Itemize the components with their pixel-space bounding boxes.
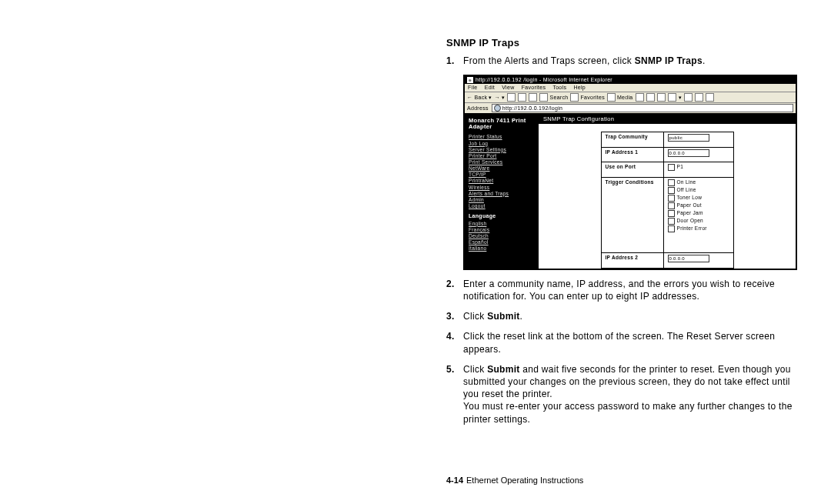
globe-icon [494, 105, 501, 112]
step-body: Enter a community name, IP address, and … [463, 278, 808, 302]
window-titlebar: e http://192.0.0.192 /login - Microsoft … [465, 76, 796, 84]
paperout-label: Paper Out [677, 202, 702, 208]
printererror-checkbox[interactable] [668, 225, 675, 232]
online-checkbox[interactable] [668, 179, 675, 186]
footer-title: Ethernet Operating Instructions [466, 476, 583, 485]
ie-icon: e [467, 77, 473, 83]
paperjam-checkbox[interactable] [668, 210, 675, 217]
favorites-label[interactable]: Favorites [580, 95, 605, 101]
home-icon[interactable] [529, 93, 537, 102]
stop-icon[interactable] [507, 93, 516, 102]
paperout-checkbox[interactable] [668, 202, 675, 209]
step-body: Click the reset link at the bottom of th… [463, 330, 808, 355]
page-footer: 4-14Ethernet Operating Instructions [446, 476, 583, 485]
sidebar-brand: Monarch 7411 Print Adapter [469, 118, 535, 131]
step-number: 5. [446, 363, 463, 426]
edit-icon[interactable] [668, 93, 676, 102]
menu-view[interactable]: View [502, 85, 514, 90]
favorites-icon[interactable] [570, 93, 579, 102]
step-number: 1. [446, 55, 463, 67]
sidebar-lang-english[interactable]: English [469, 221, 535, 226]
sidebar-item-printer-port[interactable]: Printer Port [469, 153, 535, 159]
p1-checkbox[interactable] [668, 164, 675, 171]
sidebar-item-netware[interactable]: NetWare [469, 165, 535, 171]
ip1-input[interactable]: 0.0.0.0 [668, 149, 709, 157]
menu-edit[interactable]: Edit [485, 85, 495, 90]
step-text-post: . [520, 311, 523, 322]
step-number: 3. [446, 310, 463, 322]
menu-file[interactable]: File [468, 85, 477, 90]
step-bold: SNMP IP Traps [635, 55, 703, 66]
sidebar-lang-italiano[interactable]: Italiano [469, 245, 535, 251]
menu-favorites[interactable]: Favorites [522, 85, 546, 90]
sidebar-lang-francais[interactable]: Français [469, 227, 535, 232]
sidebar-item-tcpip[interactable]: TCP/IP [469, 172, 535, 177]
sidebar-item-printranet[interactable]: PrintraNet [469, 178, 535, 183]
sidebar-item-printer-status[interactable]: Printer Status [469, 134, 535, 139]
sidebar-item-wireless[interactable]: Wireless [469, 185, 535, 190]
menu-tools[interactable]: Tools [552, 85, 566, 90]
row-trap-community: Trap Community public [601, 132, 733, 148]
trap-community-label: Trap Community [601, 132, 663, 148]
screenshot-container: e http://192.0.0.192 /login - Microsoft … [463, 75, 794, 270]
sidebar-item-job-log[interactable]: Job Log [469, 141, 535, 146]
sidebar-item-server-settings[interactable]: Server Settings [469, 147, 535, 152]
step-text: Click [463, 311, 487, 322]
ip2-label: IP Address 2 [601, 253, 663, 269]
ip1-label: IP Address 1 [601, 147, 663, 162]
browser-window: e http://192.0.0.192 /login - Microsoft … [463, 75, 797, 270]
dooropen-label: Door Open [677, 218, 704, 223]
step-4: 4. Click the reset link at the bottom of… [446, 330, 808, 355]
trap-community-input[interactable]: public [668, 134, 709, 142]
window-title: http://192.0.0.192 /login - Microsoft In… [476, 77, 612, 83]
sidebar-language-label: Language [469, 213, 535, 219]
address-bar: Address http://192.0.0.192/login [465, 103, 796, 114]
page-number: 4-14 [446, 476, 463, 485]
step-body: Click Submit. [463, 310, 808, 322]
step-body: Click Submit and wait five seconds for t… [463, 363, 808, 426]
trigger-label: Trigger Conditions [601, 178, 663, 253]
config-table: Trap Community public IP Address 1 0.0.0… [601, 132, 734, 269]
sidebar-item-logout[interactable]: Logout [469, 203, 535, 209]
paperjam-label: Paper Jam [677, 210, 703, 215]
menu-bar[interactable]: File Edit View Favorites Tools Help [465, 84, 796, 92]
step-text: Click [463, 364, 487, 375]
sidebar-item-admin[interactable]: Admin [469, 197, 535, 202]
sidebar-lang-deutsch[interactable]: Deutsch [469, 233, 535, 239]
row-ip1: IP Address 1 0.0.0.0 [601, 147, 733, 162]
use-on-port-label: Use on Port [601, 162, 663, 178]
extra2-icon[interactable] [706, 93, 714, 102]
row-ip2: IP Address 2 0.0.0.0 [601, 253, 733, 269]
media-icon[interactable] [607, 93, 616, 102]
history-icon[interactable] [636, 93, 644, 102]
step-bold: Submit [487, 311, 519, 322]
offline-checkbox[interactable] [668, 187, 675, 194]
tonerlow-label: Toner Low [677, 195, 703, 200]
sidebar-item-print-services[interactable]: Print Services [469, 159, 535, 165]
tonerlow-checkbox[interactable] [668, 195, 675, 202]
step-number: 2. [446, 278, 463, 302]
search-icon[interactable] [539, 93, 548, 102]
refresh-icon[interactable] [518, 93, 526, 102]
search-label[interactable]: Search [549, 95, 568, 101]
address-input[interactable]: http://192.0.0.192/login [492, 104, 793, 112]
step-5: 5. Click Submit and wait five seconds fo… [446, 363, 808, 426]
back-button[interactable]: ← Back [467, 95, 487, 101]
media-label[interactable]: Media [617, 95, 633, 101]
printererror-label: Printer Error [677, 225, 707, 231]
address-label: Address [467, 105, 489, 112]
ip2-input[interactable]: 0.0.0.0 [668, 255, 709, 262]
row-use-on-port: Use on Port P1 [601, 162, 733, 178]
print-icon[interactable] [657, 93, 666, 102]
discuss-icon[interactable] [684, 93, 692, 102]
extra-icon[interactable] [695, 93, 703, 102]
offline-label: Off Line [677, 187, 696, 192]
sidebar-item-alerts-traps[interactable]: Alerts and Traps [469, 191, 535, 196]
mail-icon[interactable] [646, 93, 655, 102]
menu-help[interactable]: Help [573, 85, 586, 90]
sidebar-lang-espanol[interactable]: Español [469, 239, 535, 245]
step-text-post: . [703, 55, 706, 66]
panel-title: SNMP Trap Configuration [539, 115, 796, 124]
toolbar: ← Back ▾ → ▾ Search Favorites Media ▾ [465, 92, 796, 103]
dooropen-checkbox[interactable] [668, 218, 675, 225]
